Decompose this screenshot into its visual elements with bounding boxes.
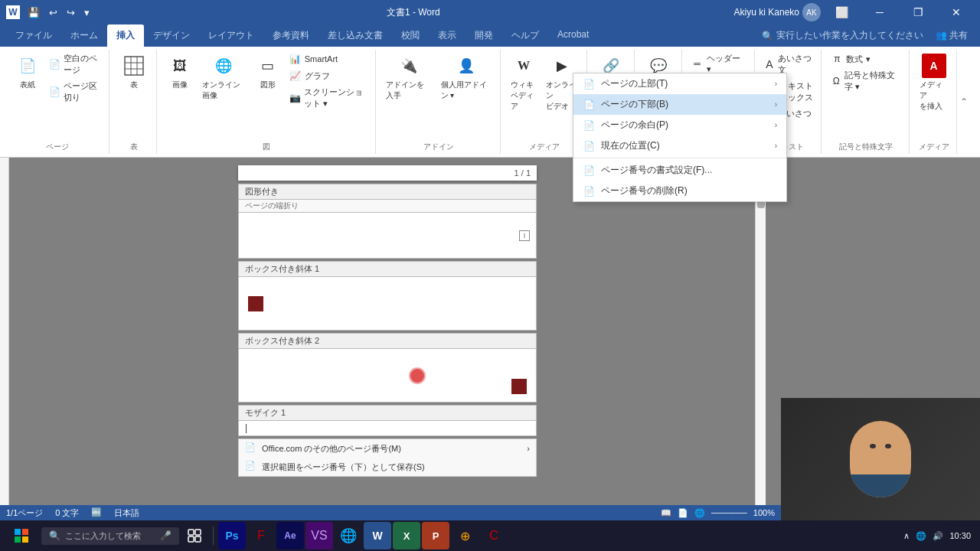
tab-insert[interactable]: 挿入: [107, 24, 144, 47]
media-insert-button[interactable]: A メディアを挿入: [916, 51, 952, 114]
page-top-icon: 📄: [583, 78, 595, 90]
taskbar-icon-unknown1[interactable]: ⊕: [451, 522, 479, 549]
image-button[interactable]: 🖼 画像: [163, 51, 197, 93]
taskbar-icon-vs[interactable]: VS: [305, 522, 333, 549]
minimize-button[interactable]: ─: [862, 0, 897, 24]
taskbar-icon-unknown2[interactable]: C: [480, 522, 508, 549]
print-layout-icon[interactable]: 📄: [678, 508, 688, 518]
save-as-page-number-button[interactable]: 📄 選択範囲をページ番号（下）として保存(S): [239, 458, 536, 476]
menu-item-page-margin[interactable]: 📄 ページの余白(P) ›: [573, 115, 786, 135]
blank-page-button[interactable]: 📄 空白のページ: [46, 51, 104, 77]
mosaic-cursor: |: [245, 422, 247, 433]
menu-item-current-position[interactable]: 📄 現在の位置(C) ›: [573, 135, 786, 156]
read-mode-icon[interactable]: 📖: [661, 508, 671, 518]
media-group-label: メディア: [529, 142, 560, 154]
svg-rect-9: [188, 530, 194, 535]
smartart-button[interactable]: 📊 SmartArt: [286, 51, 371, 67]
acrobat-group-label: メディア: [919, 142, 949, 154]
tab-mailings[interactable]: 差し込み文書: [318, 24, 392, 47]
tab-help[interactable]: ヘルプ: [502, 24, 548, 47]
header-icon: ═: [691, 57, 704, 70]
symbol-button[interactable]: Ω 記号と特殊文字 ▾: [828, 68, 904, 94]
menu-item-page-top[interactable]: 📄 ページの上部(T) ›: [573, 73, 786, 94]
section-header-box2: ボックス付き斜体 2: [238, 333, 537, 349]
tab-home[interactable]: ホーム: [61, 24, 107, 47]
taskbar-icon-excel[interactable]: X: [393, 522, 420, 549]
addins-group-label: アドイン: [423, 142, 454, 154]
tab-layout[interactable]: レイアウト: [199, 24, 263, 47]
share-icon[interactable]: 👥 共有: [936, 29, 968, 42]
svg-rect-12: [195, 536, 201, 542]
web-layout-icon[interactable]: 🌐: [694, 508, 705, 518]
office-com-page-numbers-button[interactable]: 📄 Office.com のその他のページ番号(M) ›: [239, 439, 536, 458]
taskbar-search[interactable]: 🔍 ここに入力して検索 🎤: [41, 527, 179, 545]
search-ribbon-icon[interactable]: 🔍: [762, 31, 773, 41]
pages-group-label: ページ: [46, 142, 69, 154]
close-button[interactable]: ✕: [939, 0, 974, 24]
wikipedia-button[interactable]: W ウィキペディア: [507, 51, 541, 114]
volume-icon: 🔊: [933, 531, 943, 541]
tab-references[interactable]: 参考資料: [263, 24, 318, 47]
menu-item-remove[interactable]: 📄 ページ番号の削除(R): [573, 181, 786, 201]
ribbon-right: ⌃: [960, 50, 974, 154]
taskbar-icon-filezilla[interactable]: F: [247, 522, 275, 549]
ribbon-collapse-button[interactable]: ⌃: [960, 96, 968, 107]
cover-page-button[interactable]: 📄 表紙: [11, 51, 44, 93]
taskbar-icon-photoshop[interactable]: Ps: [218, 522, 246, 549]
page-break-button[interactable]: 📄 ページ区切り: [46, 79, 104, 105]
shapes-button[interactable]: ▭ 図形: [251, 51, 285, 93]
taskbar-icon-word[interactable]: W: [364, 522, 391, 549]
section-zukeitsuki: 図形付き ページの端折り I: [238, 184, 537, 259]
taskbar-icon-powerpoint[interactable]: P: [422, 522, 449, 549]
taskbar-right: ∧ 🌐 🔊 10:30: [903, 531, 977, 541]
page-break-label: ページ区切り: [64, 80, 101, 103]
tab-developer[interactable]: 開発: [466, 24, 502, 47]
taskview-button[interactable]: [181, 522, 208, 549]
equation-button[interactable]: π 数式 ▾: [828, 51, 873, 67]
section-box2: ボックス付き斜体 2: [238, 333, 537, 403]
cover-page-icon: 📄: [15, 54, 40, 78]
redo-button[interactable]: ↪: [64, 5, 78, 20]
taskbar-icon-ae[interactable]: Ae: [276, 522, 304, 549]
symbols-group-items: π 数式 ▾ Ω 記号と特殊文字 ▾: [828, 50, 904, 140]
search-placeholder: ここに入力して検索: [65, 530, 141, 542]
my-addins-button[interactable]: 👤 個人用アドイン ▾: [437, 51, 495, 103]
tab-view[interactable]: 表示: [429, 24, 466, 47]
clock: 10:30: [949, 531, 971, 540]
title-bar: W 💾 ↩ ↪ ▾ 文書1 - Word Akiyu ki Kaneko AK …: [0, 0, 980, 24]
person-silhouette: [804, 406, 957, 513]
tab-file[interactable]: ファイル: [6, 24, 61, 47]
ribbon-tabs: ファイル ホーム 挿入 デザイン レイアウト 参考資料 差し込み文書 校閲 表示…: [0, 24, 980, 47]
tab-acrobat[interactable]: Acrobat: [548, 24, 598, 47]
start-button[interactable]: [3, 520, 40, 551]
tab-review[interactable]: 校閲: [392, 24, 429, 47]
menu-item-page-bottom[interactable]: 📄 ページの下部(B) ›: [573, 94, 786, 115]
ribbon-group-pages: 📄 表紙 📄 空白のページ 📄 ページ区切り ページ: [6, 50, 109, 154]
share-button[interactable]: 実行したい作業を入力してください: [776, 29, 923, 42]
arrow-right-3: ›: [775, 142, 777, 150]
customize-qat-button[interactable]: ▾: [81, 5, 93, 20]
get-addins-button[interactable]: 🔌 アドインを入手: [382, 51, 436, 103]
title-bar-right: Akiyu ki Kaneko AK ⬜ ─ ❐ ✕: [734, 0, 974, 24]
screenshot-button[interactable]: 📷 スクリーンショット ▾: [286, 85, 371, 111]
taskbar-separator1: [213, 527, 214, 545]
menu-item-format[interactable]: 📄 ページ番号の書式設定(F)...: [573, 160, 786, 181]
table-button[interactable]: 表: [117, 51, 151, 93]
footer-menu-area: 📄 Office.com のその他のページ番号(M) › 📄 選択範囲をページ番…: [238, 439, 537, 477]
tab-design[interactable]: デザイン: [144, 24, 199, 47]
language-status: 🔤: [91, 507, 102, 519]
body-area: [850, 474, 911, 497]
online-image-label: オンライン画像: [202, 80, 246, 101]
doc-right-scrollbar[interactable]: ▲ ▼: [755, 158, 766, 551]
online-image-button[interactable]: 🌐 オンライン画像: [198, 51, 250, 103]
chart-button[interactable]: 📈 グラフ: [286, 68, 371, 83]
taskbar-icon-edge[interactable]: 🌐: [335, 522, 362, 549]
restore-button[interactable]: ❐: [900, 0, 936, 24]
undo-button[interactable]: ↩: [46, 5, 60, 20]
ribbon-display-button[interactable]: ⬜: [824, 0, 859, 24]
taskbar: 🔍 ここに入力して検索 🎤 Ps F Ae VS 🌐 W X P ⊕ C: [0, 520, 980, 551]
mic-icon[interactable]: 🎤: [160, 530, 172, 541]
save-button[interactable]: 💾: [24, 5, 43, 20]
section-subheader-zukeitsuki: ページの端折り: [238, 200, 537, 213]
zoom-slider[interactable]: ──────: [711, 508, 747, 517]
